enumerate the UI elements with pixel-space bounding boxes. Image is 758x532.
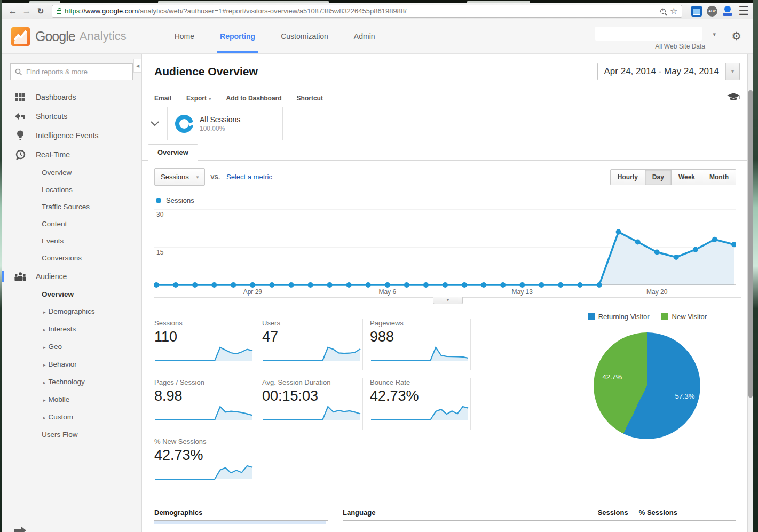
segment-expand-chevron-icon[interactable]: [142, 107, 168, 140]
select-metric-link[interactable]: Select a metric: [226, 173, 272, 181]
acquisition-arrow-icon[interactable]: [14, 526, 26, 532]
chart-collapse-icon[interactable]: ▾: [433, 297, 463, 304]
browser-menu-icon[interactable]: ☰: [738, 5, 749, 17]
bookmark-star-icon[interactable]: ☆: [670, 7, 677, 15]
metric-sparkline: [262, 345, 361, 363]
tab-overview[interactable]: Overview: [148, 144, 198, 161]
back-icon[interactable]: ←: [6, 6, 20, 17]
legend-swatch-icon: [661, 313, 668, 320]
search-input[interactable]: [26, 68, 128, 76]
granularity-hourly[interactable]: Hourly: [610, 169, 645, 185]
sidebar-subitem-overview[interactable]: Overview: [42, 286, 141, 303]
sidebar-item-real-time[interactable]: Real-Time: [14, 145, 141, 164]
metric-selector-dropdown[interactable]: Sessions ▾: [154, 168, 205, 186]
action-email[interactable]: Email: [154, 94, 171, 102]
sidebar-subitem-label: Mobile: [49, 395, 70, 403]
nav-item-reporting[interactable]: Reporting: [220, 19, 255, 53]
nav-item-admin[interactable]: Admin: [354, 19, 375, 53]
sidebar-subitem-conversions[interactable]: Conversions: [42, 250, 141, 267]
pct-sessions-column-header[interactable]: % Sessions: [639, 509, 677, 517]
action-shortcut[interactable]: Shortcut: [297, 94, 323, 102]
metric-card-pageviews[interactable]: Pageviews988: [370, 319, 471, 370]
browser-tab[interactable]: [158, 1, 329, 3]
browser-tab[interactable]: [29, 1, 60, 3]
sessions-line-chart[interactable]: 1530Apr 29May 6May 13May 20: [154, 207, 736, 297]
address-bar[interactable]: https://www.google.com/analytics/web/?au…: [52, 5, 682, 18]
profile-extension-icon[interactable]: [722, 6, 733, 17]
metric-card-bounce-rate[interactable]: Bounce Rate42.73%: [370, 378, 471, 430]
expand-triangle-icon: ▸: [43, 327, 46, 332]
metric-card--new-sessions[interactable]: % New Sessions42.73%: [154, 438, 255, 489]
account-selector[interactable]: [595, 27, 702, 41]
action-add-to-dashboard[interactable]: Add to Dashboard: [226, 94, 282, 102]
date-range-picker[interactable]: Apr 24, 2014 - May 24, 2014 ▾: [597, 63, 740, 80]
sidebar-subitem-mobile[interactable]: ▸Mobile: [42, 391, 141, 409]
sidebar-subitem-users-flow[interactable]: Users Flow: [42, 426, 141, 443]
page-scrollbar[interactable]: [747, 54, 753, 532]
refresh-icon[interactable]: ↻: [34, 6, 48, 16]
granularity-month[interactable]: Month: [702, 169, 736, 185]
sidebar-subitem-events[interactable]: Events: [42, 233, 141, 250]
logo-text-analytics: Analytics: [80, 29, 127, 43]
browser-tab[interactable]: [467, 1, 530, 3]
metric-card-users[interactable]: Users47: [262, 319, 363, 370]
metric-card-sessions[interactable]: Sessions110: [154, 319, 255, 370]
sidebar-subitem-custom[interactable]: ▸Custom: [42, 409, 141, 426]
chart-controls: Sessions ▾ VS. Select a metric HourlyDay…: [154, 161, 736, 186]
metric-value: 42.73%: [154, 447, 248, 464]
granularity-week[interactable]: Week: [672, 169, 702, 185]
main-nav: HomeReportingCustomizationAdmin: [175, 19, 375, 53]
sidebar-subitem-behavior[interactable]: ▸Behavior: [42, 356, 141, 374]
pie-legend-label: Returning Visitor: [598, 313, 650, 321]
ssl-lock-icon[interactable]: [57, 10, 61, 14]
pie-legend-returning-visitor[interactable]: Returning Visitor: [588, 313, 650, 321]
images-extension-icon[interactable]: [691, 6, 702, 17]
dashboards-grid-icon: [14, 93, 26, 101]
sidebar-item-shortcuts[interactable]: Shortcuts: [14, 107, 141, 126]
sidebar-subitem-content[interactable]: Content: [42, 216, 141, 233]
sidebar-item-dashboards[interactable]: Dashboards: [14, 88, 141, 107]
action-export[interactable]: Export▾: [186, 94, 211, 102]
sessions-column-header[interactable]: Sessions: [598, 509, 628, 517]
tutorial-graduation-cap-icon[interactable]: [727, 93, 740, 104]
account-caret-icon[interactable]: ▾: [713, 31, 716, 38]
sidebar-item-intelligence-events[interactable]: Intelligence Events: [14, 126, 141, 145]
metric-sparkline: [154, 464, 254, 482]
granularity-day[interactable]: Day: [645, 169, 672, 185]
sessions-legend-label: Sessions: [166, 196, 194, 204]
scrollbar-thumb[interactable]: [748, 90, 753, 398]
sidebar-subitem-traffic-sources[interactable]: Traffic Sources: [42, 198, 141, 216]
sidebar-subitem-overview[interactable]: Overview: [42, 164, 141, 181]
pie-legend-new-visitor[interactable]: New Visitor: [661, 313, 707, 321]
metric-card-pages-session[interactable]: Pages / Session8.98: [154, 378, 255, 430]
metric-value: 47: [262, 329, 356, 345]
svg-text:May 6: May 6: [378, 288, 396, 296]
sidebar-collapse-icon[interactable]: ◀: [133, 59, 141, 73]
dropdown-caret-icon: ▾: [209, 96, 211, 101]
nav-item-customization[interactable]: Customization: [281, 19, 328, 53]
url-scheme: https: [65, 7, 80, 15]
sidebar-subitem-locations[interactable]: Locations: [42, 181, 141, 198]
adblock-extension-icon[interactable]: ABP: [707, 6, 717, 17]
sidebar-subitem-interests[interactable]: ▸Interests: [42, 321, 141, 338]
sessions-legend-dot-icon: [156, 198, 161, 203]
metric-value: 42.73%: [370, 388, 463, 404]
expand-triangle-icon: ▸: [43, 362, 46, 368]
visitor-type-pie-chart[interactable]: 57.3%42.7%: [594, 332, 700, 439]
segment-all-sessions[interactable]: All Sessions 100.00%: [168, 107, 283, 140]
svg-text:30: 30: [156, 211, 164, 218]
gear-icon[interactable]: ⚙: [731, 30, 741, 43]
demographics-selected-row[interactable]: [154, 521, 326, 524]
forward-icon[interactable]: →: [20, 6, 34, 17]
sidebar-subitem-demographics[interactable]: ▸Demographics: [42, 303, 141, 321]
report-tab-bar: Overview: [142, 144, 747, 161]
google-analytics-logo[interactable]: Google Analytics: [11, 27, 127, 46]
metric-card-avg-session-duration[interactable]: Avg. Session Duration00:15:03: [262, 378, 363, 430]
sidebar-item-audience[interactable]: Audience: [14, 267, 141, 286]
nav-item-home[interactable]: Home: [175, 19, 194, 53]
date-range-text: Apr 24, 2014 - May 24, 2014: [598, 63, 725, 80]
svg-text:Apr 29: Apr 29: [243, 288, 263, 296]
sidebar-subitem-geo[interactable]: ▸Geo: [42, 338, 141, 356]
zoom-page-icon[interactable]: [660, 9, 666, 14]
sidebar-subitem-technology[interactable]: ▸Technology: [42, 374, 141, 391]
